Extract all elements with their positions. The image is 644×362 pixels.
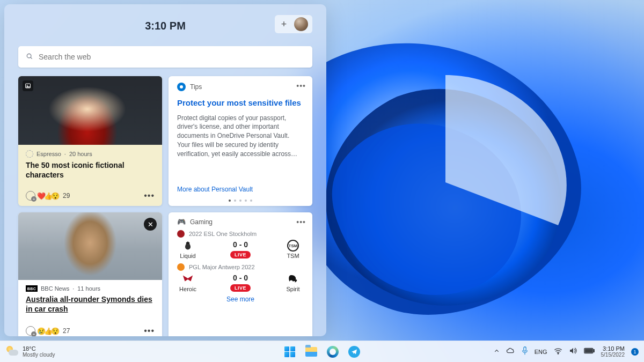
news-title: Australia all-rounder Symonds dies in ca… — [26, 295, 155, 314]
battery-icon[interactable] — [584, 348, 595, 356]
tips-widget-label: Tips — [190, 83, 202, 91]
match-row[interactable]: Heroic 0 - 0 LIVE Spirit — [177, 273, 304, 292]
team-name: Heroic — [179, 286, 196, 292]
windows-logo-icon — [284, 346, 295, 357]
svg-point-0 — [27, 54, 31, 58]
weather-icon — [6, 346, 18, 358]
dismiss-button[interactable]: ✕ — [144, 218, 157, 231]
tips-title: Protect your most sensitive files — [177, 98, 304, 108]
taskbar-date: 5/15/2022 — [601, 352, 625, 358]
language-indicator[interactable]: ENG — [535, 349, 547, 355]
search-icon — [26, 53, 33, 62]
taskbar-time: 3:10 PM — [601, 345, 625, 352]
card-more-button[interactable]: ••• — [144, 191, 155, 201]
tips-link[interactable]: More about Personal Vault — [177, 186, 304, 193]
gaming-widget-label: Gaming — [190, 218, 213, 226]
see-more-link[interactable]: See more — [177, 295, 304, 303]
esl-icon — [177, 230, 185, 238]
team-logo-heroic — [182, 273, 194, 285]
file-explorer-button[interactable] — [304, 345, 318, 359]
taskbar-center — [283, 345, 361, 359]
image-icon — [23, 80, 33, 91]
svg-rect-9 — [585, 349, 592, 352]
match-score: 0 - 0 — [233, 240, 248, 249]
news-card-bbc[interactable]: ✕ BBC BBC News · 11 hours Australia all-… — [18, 212, 162, 336]
tournament-row: 2022 ESL One Stockholm — [177, 230, 304, 238]
tips-body: Protect digital copies of your passport,… — [177, 114, 304, 182]
pgl-icon — [177, 263, 185, 271]
team-name: Liquid — [180, 253, 195, 259]
news-source-line: Espresso · 20 hours — [26, 150, 155, 158]
match-score: 0 - 0 — [233, 274, 248, 282]
team-logo-tsm: TSM — [287, 240, 299, 252]
weather-temp: 18°C — [23, 345, 55, 352]
news-image: ✕ — [18, 212, 162, 280]
news-image — [18, 76, 162, 145]
tips-card[interactable]: Tips ••• Protect your most sensitive fil… — [169, 76, 312, 206]
volume-icon[interactable] — [569, 347, 577, 356]
search-input[interactable] — [39, 53, 305, 61]
taskbar-clock[interactable]: 3:10 PM 5/15/2022 — [601, 345, 625, 358]
news-age: 20 hours — [69, 151, 92, 157]
team-name: TSM — [287, 253, 299, 259]
widgets-header-actions: + — [275, 15, 312, 33]
news-age: 11 hours — [77, 285, 100, 292]
react-count: 29 — [63, 192, 70, 200]
source-icon — [26, 150, 33, 158]
taskbar-weather[interactable]: 18°C Mostly cloudy — [6, 345, 55, 358]
tournament-row: PGL Major Antwerp 2022 — [177, 263, 304, 271]
file-explorer-icon — [305, 347, 317, 357]
add-widget-button[interactable]: + — [279, 19, 289, 29]
svg-point-6 — [558, 353, 559, 354]
weather-condition: Mostly cloudy — [23, 352, 55, 358]
user-avatar[interactable] — [294, 17, 308, 31]
react-icon — [26, 191, 35, 201]
search-box[interactable] — [18, 46, 312, 68]
telegram-icon — [348, 346, 360, 358]
svg-line-1 — [31, 57, 32, 58]
card-more-button[interactable]: ••• — [296, 218, 306, 226]
news-title: The 50 most iconic fictional characters — [26, 161, 155, 180]
svg-point-4 — [186, 242, 190, 243]
onedrive-icon[interactable] — [506, 348, 515, 356]
gaming-card[interactable]: 🎮 Gaming ••• 2022 ESL One Stockholm Liqu… — [169, 212, 312, 336]
start-button[interactable] — [283, 345, 297, 359]
live-badge: LIVE — [230, 284, 251, 292]
team-logo-spirit — [287, 273, 299, 285]
edge-icon — [327, 346, 339, 358]
team-logo-liquid — [182, 240, 194, 252]
widgets-clock: 3:10 PM — [145, 20, 186, 32]
react-count: 27 — [63, 327, 70, 335]
bbc-icon: BBC — [26, 285, 38, 292]
taskbar: 18°C Mostly cloudy ENG — [0, 341, 644, 362]
reactions[interactable]: ❤️👍😯 29 — [26, 191, 70, 201]
edge-button[interactable] — [326, 345, 340, 359]
live-badge: LIVE — [230, 251, 251, 258]
news-source: Espresso — [36, 151, 61, 157]
tournament-name: PGL Major Antwerp 2022 — [189, 264, 255, 270]
notification-badge[interactable]: 1 — [631, 348, 639, 356]
gamepad-icon: 🎮 — [177, 218, 186, 226]
tips-pager[interactable] — [177, 200, 304, 202]
news-source: BBC News — [41, 285, 69, 292]
microphone-icon[interactable] — [522, 346, 528, 357]
card-more-button[interactable]: ••• — [296, 82, 306, 90]
react-icon — [26, 326, 35, 336]
taskbar-system-tray: ENG 3:10 PM 5/15/2022 1 — [494, 345, 639, 358]
news-source-line: BBC BBC News · 11 hours — [26, 285, 155, 292]
tips-icon — [177, 83, 186, 91]
svg-rect-8 — [593, 350, 594, 352]
match-row[interactable]: Liquid 0 - 0 LIVE TSM TSM — [177, 240, 304, 259]
wifi-icon[interactable] — [554, 348, 562, 356]
tray-overflow-button[interactable] — [494, 348, 500, 356]
team-name: Spirit — [286, 286, 299, 292]
news-card-espresso[interactable]: Espresso · 20 hours The 50 most iconic f… — [18, 76, 162, 206]
reactions[interactable]: 😢👍😯 27 — [26, 326, 70, 336]
widgets-panel: 3:10 PM + Espresso · 20 hours — [4, 4, 326, 336]
card-more-button[interactable]: ••• — [144, 326, 155, 336]
telegram-button[interactable] — [347, 345, 361, 359]
svg-point-3 — [27, 85, 28, 86]
svg-rect-5 — [523, 347, 525, 351]
tournament-name: 2022 ESL One Stockholm — [189, 231, 257, 237]
